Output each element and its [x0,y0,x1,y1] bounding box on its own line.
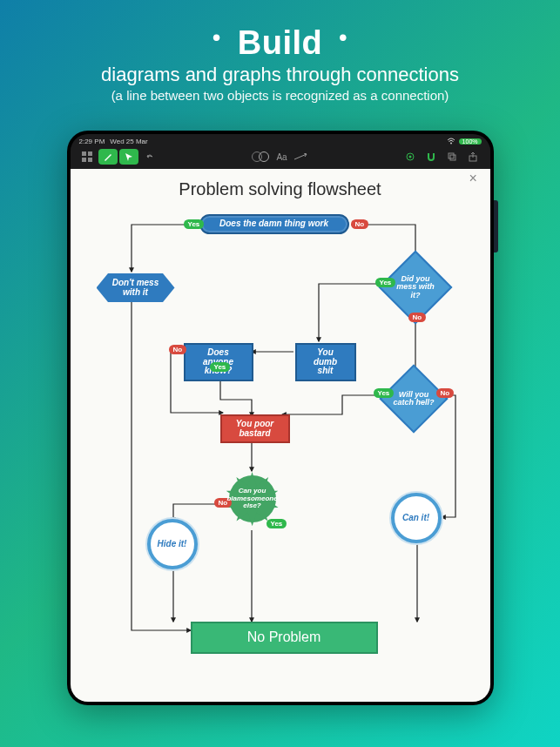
yes-label: Yes [184,219,205,229]
hexagon-node[interactable]: Don't mess with it [97,273,175,302]
target-button[interactable] [401,149,420,165]
tablet-screen: 2:29 PM Wed 25 Mar 100% [71,134,490,702]
hero-title-text: Build [238,24,322,61]
diagram-canvas[interactable]: × Problem solving flowsheet [71,169,490,702]
text-button[interactable]: Aa [276,152,287,162]
left-tools [78,149,159,165]
svg-rect-3 [82,158,86,162]
status-time: 2:29 PM [79,138,105,145]
yes-label: Yes [374,388,395,398]
yes-label: Yes [210,362,231,372]
hero-header: • Build • diagrams and graphs through co… [0,0,560,115]
svg-point-6 [409,156,412,158]
starburst-node[interactable]: Can you blamesomeone else? [226,472,280,526]
svg-rect-2 [88,151,92,156]
grid-button[interactable] [78,149,97,165]
status-bar: 2:29 PM Wed 25 Mar 100% [71,134,490,146]
circle-node[interactable]: Can it! [391,493,442,543]
diagram-title: Problem solving flowsheet [71,179,490,199]
right-tools [401,149,482,165]
no-label: No [169,345,187,354]
tablet-frame: 2:29 PM Wed 25 Mar 100% [67,131,494,705]
pen-button[interactable] [98,149,118,165]
svg-rect-1 [82,151,86,156]
bullet-icon: • [339,24,347,50]
undo-button[interactable] [140,149,159,165]
app-toolbar: Aa [71,146,490,169]
magnet-button[interactable] [422,149,441,165]
end-node[interactable]: No Problem [191,622,378,654]
shape-button[interactable] [252,151,269,162]
hero-note: (a line between two objects is recognize… [26,88,534,103]
svg-rect-8 [450,155,455,160]
no-label: No [351,219,369,229]
no-label: No [408,313,427,322]
no-label: No [436,388,455,398]
diamond-node[interactable]: Will you catch hell? [389,374,438,423]
bullet-icon: • [213,24,221,50]
battery-indicator: 100% [459,138,482,145]
process-node[interactable]: You dumb shit [295,343,356,381]
status-date: Wed 25 Mar [110,138,147,145]
arrow-button[interactable] [294,152,308,162]
diamond-node[interactable]: Did you mess with it? [389,261,442,313]
layers-button[interactable] [442,149,462,165]
process-node-red[interactable]: You poor bastard [220,414,290,443]
start-node[interactable]: Does the damn thing work [199,214,349,234]
hero-subtitle: diagrams and graphs through connections [26,64,534,86]
wifi-icon [447,138,455,146]
hero-title: • Build • [26,24,534,62]
yes-label: Yes [375,278,396,287]
select-button[interactable] [119,149,138,165]
share-button[interactable] [463,149,482,165]
center-tools: Aa [252,151,307,162]
svg-point-0 [450,142,452,144]
svg-rect-4 [88,158,92,162]
circle-node[interactable]: Hide it! [147,519,198,569]
svg-rect-7 [449,153,454,158]
